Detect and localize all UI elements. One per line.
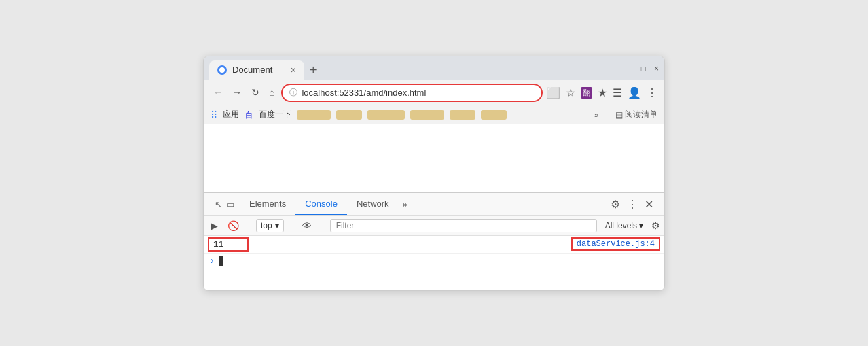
bookmark-icon[interactable]: ☆ [566, 86, 575, 99]
address-text: localhost:52331/amd/index.html [302, 88, 426, 98]
reading-label: 阅读清单 [625, 109, 657, 120]
window-controls: — □ × [625, 64, 659, 76]
back-button[interactable]: ← [211, 86, 225, 99]
console-settings-icon[interactable]: ⚙ [651, 220, 660, 231]
filter-input[interactable] [330, 219, 597, 232]
console-play-icon[interactable]: ▶ [208, 219, 221, 232]
menu-icon[interactable]: ⋮ [647, 86, 657, 99]
console-input-row: › [204, 254, 664, 269]
tab-close-button[interactable]: × [291, 65, 296, 75]
devtools-close-icon[interactable]: ✕ [645, 198, 653, 211]
lock-icon: ⓘ [289, 87, 297, 99]
reading-icon: ▤ [615, 110, 623, 120]
close-button[interactable]: × [654, 64, 659, 73]
eye-icon[interactable]: 👁 [298, 219, 316, 232]
source-link[interactable]: dataService.js:4 [571, 237, 660, 251]
devtools-options-icon[interactable]: ⋮ [627, 198, 638, 211]
console-cursor [219, 256, 223, 266]
tab-favicon [217, 65, 227, 75]
console-value: 11 [208, 237, 249, 252]
apps-icon[interactable]: ⠿ [211, 109, 217, 120]
tab-bar: Document × + — □ × [204, 56, 664, 80]
bookmarks-more-button[interactable]: » [594, 111, 598, 119]
levels-label: All levels [605, 221, 637, 230]
context-label: top [261, 221, 272, 230]
home-button[interactable]: ⌂ [266, 86, 277, 99]
levels-selector[interactable]: All levels ▾ [601, 220, 647, 232]
console-output: 11 dataService.js:4 › [204, 236, 664, 290]
bookmark-1[interactable] [297, 110, 331, 120]
console-log-row: 11 dataService.js:4 [204, 236, 664, 254]
tab-elements[interactable]: Elements [240, 193, 295, 215]
extension2-icon[interactable]: ★ [598, 86, 607, 99]
devtools-pointer-icon[interactable]: ↖ [215, 199, 222, 209]
context-selector[interactable]: top ▾ [256, 219, 284, 232]
new-tab-button[interactable]: + [304, 61, 323, 79]
address-box[interactable]: ⓘ localhost:52331/amd/index.html [281, 84, 543, 102]
devtools-right-icons: ⚙ ⋮ ✕ [605, 198, 659, 211]
active-tab[interactable]: Document × [209, 60, 304, 80]
extension3-icon[interactable]: ☰ [613, 86, 622, 99]
tab-title: Document [232, 65, 272, 75]
browser-window: Document × + — □ × ← → ↻ ⌂ ⓘ localhost:5… [203, 56, 665, 291]
address-bar-area: ← → ↻ ⌂ ⓘ localhost:52331/amd/index.html… [204, 80, 664, 106]
bookmark-5[interactable] [450, 110, 475, 120]
page-content [204, 124, 664, 192]
tab-network[interactable]: Network [347, 193, 399, 215]
baidu-icon[interactable]: 百 [245, 109, 253, 121]
devtools-settings-icon[interactable]: ⚙ [611, 198, 620, 211]
devtools-tab-bar: ↖ ▭ Elements Console Network » ⚙ ⋮ ✕ [204, 193, 664, 216]
extension-icon[interactable]: 翻 [581, 87, 592, 99]
reading-list-button[interactable]: ▤ 阅读清单 [615, 109, 657, 120]
apps-label[interactable]: 应用 [223, 109, 239, 120]
devtools-mobile-icon[interactable]: ▭ [226, 199, 234, 209]
levels-chevron-icon: ▾ [639, 221, 643, 230]
devtools-more-tabs[interactable]: » [399, 194, 412, 215]
devtools-toolbar: ▶ 🚫 top ▾ 👁 All levels ▾ ⚙ [204, 216, 664, 236]
refresh-button[interactable]: ↻ [249, 86, 262, 99]
forward-button[interactable]: → [230, 86, 245, 99]
bookmark-6[interactable] [481, 110, 507, 120]
baidu-label[interactable]: 百度一下 [259, 109, 291, 120]
bookmark-3[interactable] [367, 110, 405, 120]
bookmark-2[interactable] [336, 110, 362, 120]
chevron-down-icon: ▾ [275, 221, 279, 230]
profile-icon[interactable]: 👤 [628, 86, 641, 99]
toolbar-icons: ⬜ ☆ 翻 ★ ☰ 👤 ⋮ [547, 86, 657, 99]
console-prompt-icon: › [209, 256, 215, 266]
minimize-button[interactable]: — [625, 64, 633, 73]
bookmark-4[interactable] [410, 110, 444, 120]
devtools-panel: ↖ ▭ Elements Console Network » ⚙ ⋮ ✕ ▶ 🚫… [204, 192, 664, 290]
bookmarks-bar: ⠿ 应用 百 百度一下 » ▤ 阅读清单 [204, 106, 664, 124]
restore-button[interactable]: □ [641, 64, 646, 73]
tab-console[interactable]: Console [295, 193, 347, 215]
devtools-icons: ↖ ▭ [209, 195, 240, 213]
cast-icon[interactable]: ⬜ [547, 86, 560, 99]
console-clear-icon[interactable]: 🚫 [225, 219, 242, 232]
